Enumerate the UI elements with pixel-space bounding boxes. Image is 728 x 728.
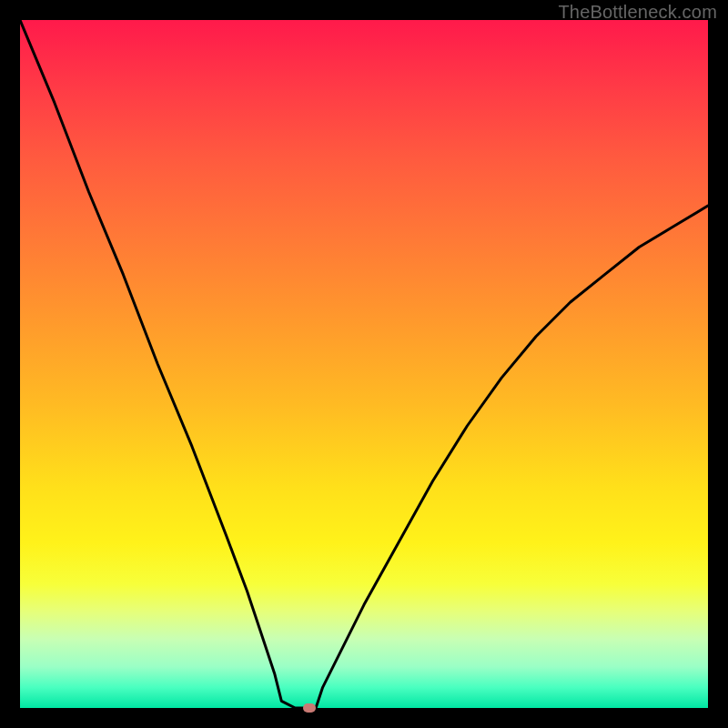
bottleneck-curve [20,20,708,708]
chart-frame: TheBottleneck.com [0,0,728,728]
curve-svg [20,20,708,708]
watermark-text: TheBottleneck.com [558,2,717,23]
plot-area [20,20,708,708]
marker-dot [303,703,316,713]
